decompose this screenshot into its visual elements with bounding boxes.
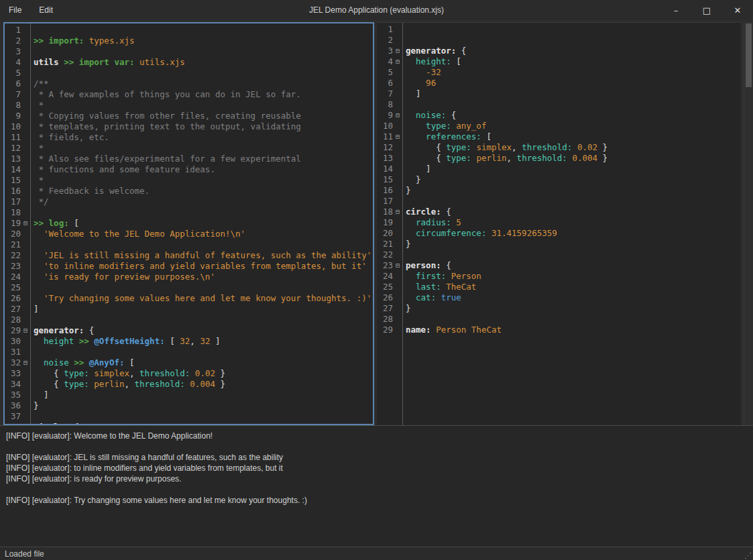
code-line[interactable]: 34 { type: perlin, threshold: 0.004 } — [5, 379, 373, 390]
code-line[interactable]: 9⊟ noise: { — [377, 110, 741, 121]
fold-marker-icon[interactable]: ⊟ — [393, 46, 402, 56]
code-line[interactable]: 6 96 — [377, 78, 741, 89]
code-line[interactable]: 3⊟generator: { — [377, 46, 741, 56]
fold-spacer — [393, 89, 402, 99]
code-line[interactable]: 35 ] — [5, 390, 373, 400]
code-line[interactable]: 16} — [377, 185, 741, 196]
code-line[interactable]: 13 { type: perlin, threshold: 0.004 } — [377, 153, 741, 164]
code-line[interactable]: 2 — [377, 35, 741, 46]
fold-marker-icon[interactable]: ⊟ — [393, 131, 402, 142]
code-line[interactable]: 37 — [5, 411, 373, 422]
code-line[interactable]: 31 — [5, 347, 373, 357]
code-line[interactable]: 25 — [5, 282, 373, 293]
code-line[interactable]: 12 * — [5, 143, 373, 154]
code-line[interactable]: 1 — [377, 24, 741, 35]
code-line[interactable]: 5 — [5, 68, 373, 78]
code-line[interactable]: 26 'Try changing some values here and le… — [5, 293, 373, 304]
code-line[interactable]: 7 * A few examples of things you can do … — [5, 89, 373, 100]
code-line[interactable]: 11⊟ references: [ — [377, 131, 741, 142]
code-line[interactable]: 15 * — [5, 175, 373, 186]
line-number: 16 — [5, 186, 21, 197]
code-line[interactable]: 24 'is ready for preview purposes.\n' — [5, 272, 373, 282]
code-line[interactable]: 12 { type: simplex, threshold: 0.02 } — [377, 142, 741, 153]
code-line[interactable]: 8 — [377, 99, 741, 110]
code-line[interactable]: 36} — [5, 400, 373, 411]
vertical-scrollbar[interactable] — [744, 22, 753, 425]
code-line[interactable]: 18 — [5, 207, 373, 218]
code-line[interactable]: 30 height >> @OffsetHeight: [ 32, 32 ] — [5, 336, 373, 347]
fold-spacer — [21, 143, 30, 154]
code-line[interactable]: 38⊟circle: { — [5, 422, 373, 425]
code-line[interactable]: 14 * functions and some feature ideas. — [5, 164, 373, 175]
menu-edit[interactable]: Edit — [30, 0, 62, 20]
code-text — [30, 239, 34, 250]
line-number: 16 — [377, 185, 393, 196]
code-line[interactable]: 8 * — [5, 100, 373, 111]
fold-marker-icon[interactable]: ⊟ — [393, 56, 402, 67]
code-line[interactable]: 18⊟circle: { — [377, 207, 741, 217]
output-editor-pane[interactable]: 123⊟generator: {4⊟ height: [5 -326 967 ]… — [377, 22, 741, 425]
code-line[interactable]: 27} — [377, 303, 741, 314]
code-text: 'Try changing some values here and let m… — [30, 293, 371, 304]
code-line[interactable]: 17 — [377, 196, 741, 207]
fold-marker-icon[interactable]: ⊟ — [393, 260, 402, 271]
code-line[interactable]: 4utils >> import var: utils.xjs — [5, 57, 373, 68]
code-line[interactable]: 1 — [5, 25, 373, 36]
code-line[interactable]: 29name: Person TheCat — [377, 325, 741, 335]
code-line[interactable]: 11 * fields, etc. — [5, 132, 373, 143]
resize-grip-icon[interactable]: ⋰ — [744, 551, 752, 560]
code-line[interactable]: 3 — [5, 46, 373, 57]
close-button[interactable]: ✕ — [722, 0, 753, 20]
code-line[interactable]: 22 — [377, 249, 741, 260]
fold-spacer — [21, 250, 30, 261]
code-line[interactable]: 22 'JEL is still missing a handful of fe… — [5, 250, 373, 261]
code-line[interactable]: 23⊟person: { — [377, 260, 741, 271]
line-number: 2 — [377, 35, 393, 46]
line-number: 4 — [377, 56, 393, 67]
fold-marker-icon[interactable]: ⊟ — [21, 218, 30, 229]
code-line[interactable]: 29⊟generator: { — [5, 325, 373, 336]
code-line[interactable]: 6/** — [5, 78, 373, 89]
code-line[interactable]: 19⊟>> log: [ — [5, 218, 373, 229]
code-line[interactable]: 4⊟ height: [ — [377, 56, 741, 67]
code-line[interactable]: 32⊟ noise >> @AnyOf: [ — [5, 357, 373, 368]
code-line[interactable]: 7 ] — [377, 89, 741, 99]
fold-marker-icon[interactable]: ⊟ — [21, 325, 30, 336]
code-line[interactable]: 16 * Feedback is welcome. — [5, 186, 373, 197]
fold-marker-icon[interactable]: ⊟ — [21, 422, 30, 425]
fold-marker-icon[interactable]: ⊟ — [393, 207, 402, 217]
code-line[interactable]: 19 radius: 5 — [377, 217, 741, 228]
code-line[interactable]: 10 * templates, printing text to the out… — [5, 121, 373, 132]
code-line[interactable]: 23 'to inline modifiers and yield variab… — [5, 261, 373, 272]
fold-marker-icon[interactable]: ⊟ — [393, 110, 402, 121]
minimize-button[interactable]: – — [660, 0, 691, 20]
code-line[interactable]: 17 */ — [5, 197, 373, 207]
code-line[interactable]: 20 'Welcome to the JEL Demo Application!… — [5, 229, 373, 239]
code-line[interactable]: 33 { type: simplex, threshold: 0.02 } — [5, 368, 373, 379]
code-line[interactable]: 9 * Copying values from other files, cre… — [5, 111, 373, 121]
code-line[interactable]: 14 ] — [377, 164, 741, 174]
scrollbar-thumb[interactable] — [746, 23, 752, 87]
code-line[interactable]: 28 — [5, 315, 373, 325]
code-line[interactable]: 24 first: Person — [377, 271, 741, 282]
menu-file[interactable]: File — [0, 0, 30, 20]
code-line[interactable]: 15 } — [377, 174, 741, 185]
fold-spacer — [21, 239, 30, 250]
code-line[interactable]: 21} — [377, 239, 741, 249]
fold-marker-icon[interactable]: ⊟ — [21, 357, 30, 368]
code-line[interactable]: 20 circumference: 31.4159265359 — [377, 228, 741, 239]
code-line[interactable]: 28 — [377, 314, 741, 325]
source-editor-pane[interactable]: 12>> import: types.xjs34utils >> import … — [3, 22, 374, 425]
code-line[interactable]: 13 * Also see files/experimental for a f… — [5, 154, 373, 164]
log-line: [INFO] [evaluator]: Try changing some va… — [6, 495, 747, 506]
code-line[interactable]: 10 type: any_of — [377, 121, 741, 131]
code-line[interactable]: 21 — [5, 239, 373, 250]
code-line[interactable]: 2>> import: types.xjs — [5, 36, 373, 46]
code-line[interactable]: 26 cat: true — [377, 292, 741, 303]
maximize-button[interactable]: □ — [691, 0, 722, 20]
code-line[interactable]: 27] — [5, 304, 373, 315]
code-text: noise: { — [402, 110, 456, 121]
code-text: ] — [30, 304, 39, 315]
code-line[interactable]: 5 -32 — [377, 67, 741, 78]
code-line[interactable]: 25 last: TheCat — [377, 282, 741, 292]
